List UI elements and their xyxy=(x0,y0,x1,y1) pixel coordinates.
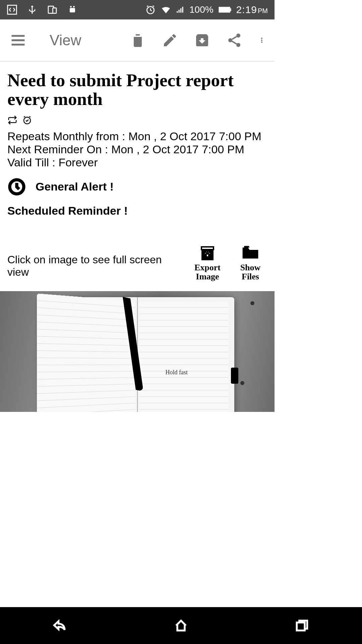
status-time: 2:19PM xyxy=(236,4,268,15)
menu-icon[interactable] xyxy=(9,32,27,49)
svg-rect-8 xyxy=(179,10,180,13)
repeat-icon xyxy=(7,115,17,125)
edit-icon[interactable] xyxy=(162,32,178,48)
svg-point-13 xyxy=(236,34,240,38)
page-title: View xyxy=(50,32,81,49)
note-title: Need to submit Project report every mont… xyxy=(7,71,267,108)
meta-icons xyxy=(7,115,267,125)
archive-icon[interactable] xyxy=(194,32,210,48)
note-image[interactable]: Hold fast xyxy=(0,291,275,412)
code-icon xyxy=(7,4,17,15)
devices-icon xyxy=(47,4,58,15)
status-bar: 100% 2:19PM xyxy=(0,0,275,19)
svg-rect-7 xyxy=(177,11,178,12)
alert-label: General Alert ! xyxy=(36,180,114,193)
svg-point-18 xyxy=(261,42,262,43)
android-icon xyxy=(67,4,78,15)
alert-row: General Alert ! xyxy=(7,177,267,196)
export-image-button[interactable]: Export Image xyxy=(191,244,224,281)
valid-till-line: Valid Till : Forever xyxy=(7,156,267,169)
wifi-icon xyxy=(161,4,171,15)
scheduled-label: Scheduled Reminder ! xyxy=(7,204,267,217)
svg-point-16 xyxy=(261,38,262,39)
delete-icon[interactable] xyxy=(130,32,146,48)
svg-point-15 xyxy=(236,43,240,47)
note-content: Need to submit Project report every mont… xyxy=(0,62,275,281)
battery-icon xyxy=(218,6,232,13)
svg-point-17 xyxy=(261,40,262,41)
svg-rect-9 xyxy=(180,8,181,13)
signal-icon xyxy=(176,4,185,15)
export-icon xyxy=(198,244,217,260)
next-reminder-line: Next Reminder On : Mon , 2 Oct 2017 7:00… xyxy=(7,143,267,156)
alarm-meta-icon xyxy=(22,115,32,125)
show-files-label: Show Files xyxy=(234,263,267,281)
show-files-button[interactable]: Show Files xyxy=(234,244,267,281)
repeats-line: Repeats Monthly from : Mon , 2 Oct 2017 … xyxy=(7,130,267,143)
svg-rect-3 xyxy=(70,8,75,12)
app-bar: View xyxy=(0,19,275,62)
svg-rect-11 xyxy=(219,7,230,12)
usb-icon xyxy=(27,4,38,15)
share-icon[interactable] xyxy=(226,32,242,48)
alarm-status-icon xyxy=(145,4,156,15)
battery-percent: 100% xyxy=(189,4,214,15)
image-caption: Hold fast xyxy=(166,369,188,376)
image-hint: Click on image to see full screen view xyxy=(7,254,181,281)
folder-icon xyxy=(241,244,260,260)
export-label: Export Image xyxy=(191,263,224,281)
svg-rect-10 xyxy=(182,7,183,12)
clock-icon xyxy=(7,177,26,196)
schedule-info: Repeats Monthly from : Mon , 2 Oct 2017 … xyxy=(7,130,267,169)
svg-rect-12 xyxy=(230,8,231,11)
svg-rect-2 xyxy=(53,8,56,13)
svg-point-14 xyxy=(228,38,232,42)
more-icon[interactable] xyxy=(258,32,265,48)
